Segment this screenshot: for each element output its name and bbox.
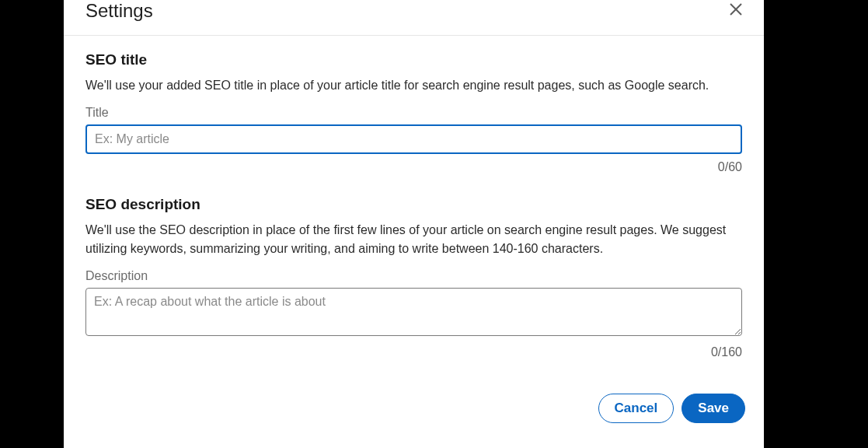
seo-title-heading: SEO title xyxy=(85,51,742,68)
seo-title-input[interactable] xyxy=(85,124,742,154)
seo-title-description: We'll use your added SEO title in place … xyxy=(85,76,742,95)
seo-description-counter: 0/160 xyxy=(85,345,742,359)
seo-description-section: SEO description We'll use the SEO descri… xyxy=(85,196,742,359)
description-label: Description xyxy=(85,269,742,283)
seo-description-heading: SEO description xyxy=(85,196,742,213)
close-icon xyxy=(727,0,745,19)
seo-description-description: We'll use the SEO description in place o… xyxy=(85,221,742,258)
seo-description-input[interactable] xyxy=(85,288,742,336)
title-label: Title xyxy=(85,106,742,120)
cancel-button[interactable]: Cancel xyxy=(598,394,675,423)
modal-body: SEO title We'll use your added SEO title… xyxy=(64,36,764,381)
save-button[interactable]: Save xyxy=(682,394,745,423)
modal-footer: Cancel Save xyxy=(64,381,764,423)
modal-header: Settings xyxy=(64,0,764,36)
seo-title-counter: 0/60 xyxy=(85,160,742,174)
close-button[interactable] xyxy=(727,0,745,20)
seo-title-section: SEO title We'll use your added SEO title… xyxy=(85,51,742,174)
settings-modal: Settings SEO title We'll use your added … xyxy=(64,0,764,448)
modal-title: Settings xyxy=(85,0,153,23)
